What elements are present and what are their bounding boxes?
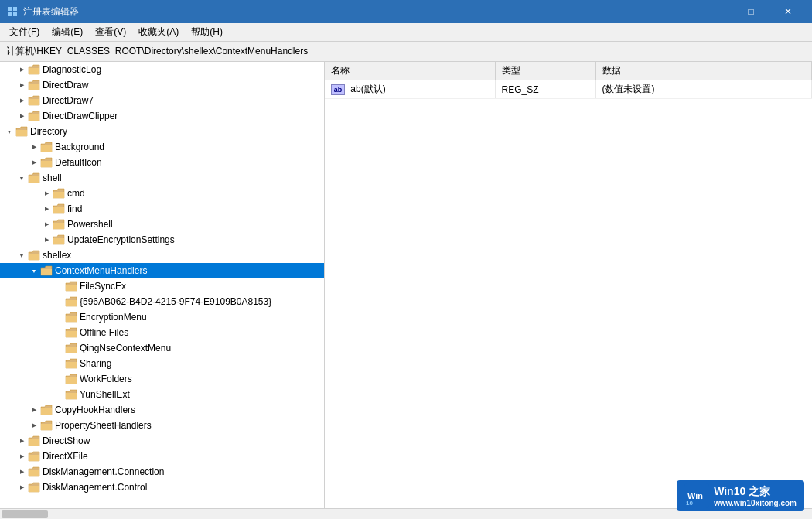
label-find: find — [67, 203, 82, 214]
title-bar: 注册表编辑器 — □ ✕ — [0, 0, 812, 23]
folder-icon-cmd — [53, 188, 65, 199]
toggle-propertysheethandlers[interactable] — [28, 419, 40, 432]
toggle-directdrawclipper[interactable] — [15, 110, 28, 122]
cell-name: ab ab(默认) — [325, 80, 495, 99]
menu-help[interactable]: 帮助(H) — [185, 24, 229, 40]
menu-view[interactable]: 查看(V) — [89, 24, 132, 40]
folder-icon-yunshellext — [65, 389, 77, 400]
tree-panel[interactable]: DiagnosticLog DirectDraw DirectDraw7 Dir… — [0, 62, 325, 508]
menu-file[interactable]: 文件(F) — [3, 24, 46, 40]
toggle-diskmanagementcontrol[interactable] — [15, 481, 28, 493]
menu-bar: 文件(F) 编辑(E) 查看(V) 收藏夹(A) 帮助(H) — [0, 23, 812, 42]
folder-icon-directory — [15, 126, 28, 137]
tree-item-find[interactable]: find — [0, 201, 324, 217]
label-directdrawclipper: DirectDrawClipper — [43, 111, 118, 121]
tree-item-directdraw7[interactable]: DirectDraw7 — [0, 93, 324, 108]
label-sharing: Sharing — [80, 358, 111, 369]
toggle-shellex[interactable] — [15, 249, 28, 261]
toggle-shell[interactable] — [15, 172, 28, 184]
toggle-background[interactable] — [28, 141, 40, 153]
watermark-sub: www.win10xitong.com — [714, 499, 797, 507]
watermark-main: Win10 之家 — [714, 485, 797, 499]
toggle-find[interactable] — [40, 203, 53, 215]
folder-icon-background — [40, 142, 53, 152]
tree-item-sharing[interactable]: Sharing — [0, 356, 324, 371]
label-directdraw: DirectDraw — [43, 80, 88, 90]
folder-icon-diskmanagementcontrol — [28, 482, 40, 493]
folder-icon-defaulticon — [40, 157, 53, 168]
folder-icon-shellex — [28, 250, 40, 261]
tree-item-filesyncex[interactable]: FileSyncEx — [0, 278, 324, 294]
app-icon — [6, 5, 19, 18]
toggle-directdraw7[interactable] — [15, 94, 28, 107]
toggle-defaulticon[interactable] — [28, 156, 40, 169]
address-bar: 计算机\HKEY_CLASSES_ROOT\Directory\shellex\… — [0, 42, 812, 62]
tree-item-shell[interactable]: shell — [0, 170, 324, 186]
tree-item-directxfile[interactable]: DirectXFile — [0, 449, 324, 464]
tree-item-directdrawclipper[interactable]: DirectDrawClipper — [0, 108, 324, 124]
toggle-diskmanagementconnection[interactable] — [15, 466, 28, 478]
tree-item-copyhookhandlers[interactable]: CopyHookHandlers — [0, 402, 324, 418]
label-offlinefiles: Offline Files — [80, 327, 128, 338]
tree-item-diskmanagementconnection[interactable]: DiskManagement.Connection — [0, 464, 324, 480]
toggle-diagnosticlog[interactable] — [15, 63, 28, 76]
toggle-directory[interactable] — [3, 125, 15, 138]
tree-item-defaulticon[interactable]: DefaultIcon — [0, 155, 324, 170]
tree-item-directory[interactable]: Directory — [0, 124, 324, 139]
close-button[interactable]: ✕ — [770, 0, 806, 23]
label-qingnsecontextmenu: QingNseContextMenu — [80, 343, 171, 353]
label-diagnosticlog: DiagnosticLog — [43, 64, 101, 75]
col-header-type[interactable]: 类型 — [495, 62, 595, 80]
address-path: 计算机\HKEY_CLASSES_ROOT\Directory\shellex\… — [6, 45, 308, 58]
svg-rect-1 — [13, 7, 17, 11]
folder-icon-directxfile — [28, 451, 40, 462]
right-panel: 名称 类型 数据 ab ab(默认) REG_SZ (数值未设置) — [325, 62, 812, 508]
tree-item-yunshellext[interactable]: YunShellExt — [0, 387, 324, 402]
col-header-data[interactable]: 数据 — [595, 62, 812, 80]
tree-item-background[interactable]: Background — [0, 139, 324, 155]
svg-rect-0 — [8, 7, 12, 11]
tree-item-powershell[interactable]: Powershell — [0, 217, 324, 232]
tree-item-cmd[interactable]: cmd — [0, 186, 324, 201]
tree-item-diskmanagementcontrol[interactable]: DiskManagement.Control — [0, 480, 324, 495]
folder-icon-contextmenuhandlers — [40, 265, 53, 276]
toggle-copyhookhandlers[interactable] — [28, 404, 40, 416]
cell-name-text: ab(默认) — [350, 84, 385, 94]
tree-item-directdraw[interactable]: DirectDraw — [0, 77, 324, 93]
tree-item-directshow[interactable]: DirectShow — [0, 433, 324, 449]
col-header-name[interactable]: 名称 — [325, 62, 495, 80]
label-encryptionmenu: EncryptionMenu — [80, 312, 147, 323]
menu-favorites[interactable]: 收藏夹(A) — [132, 24, 185, 40]
tree-item-qingnsecontextmenu[interactable]: QingNseContextMenu — [0, 340, 324, 356]
tree-item-propertysheethandlers[interactable]: PropertySheetHandlers — [0, 418, 324, 433]
menu-edit[interactable]: 编辑(E) — [46, 24, 89, 40]
toggle-directdraw[interactable] — [15, 79, 28, 91]
minimize-button[interactable]: — — [696, 0, 732, 23]
tree-item-updateencryptionsettings[interactable]: UpdateEncryptionSettings — [0, 232, 324, 248]
cell-type: REG_SZ — [495, 80, 595, 99]
tree-item-diagnosticlog[interactable]: DiagnosticLog — [0, 62, 324, 77]
table-row[interactable]: ab ab(默认) REG_SZ (数值未设置) — [325, 80, 812, 99]
toggle-cmd[interactable] — [40, 187, 53, 200]
tree-item-workfolders[interactable]: WorkFolders — [0, 371, 324, 387]
label-directshow: DirectShow — [43, 435, 90, 446]
toggle-directxfile[interactable] — [15, 450, 28, 463]
tree-item-offlinefiles[interactable]: Offline Files — [0, 325, 324, 340]
tree-item-encryptionmenu[interactable]: EncryptionMenu — [0, 309, 324, 325]
label-shellex: shellex — [43, 250, 71, 261]
toggle-contextmenuhandlers[interactable] — [28, 265, 40, 277]
watermark-text: Win10 之家 www.win10xitong.com — [714, 485, 797, 507]
svg-rect-2 — [8, 12, 12, 16]
label-propertysheethandlers: PropertySheetHandlers — [55, 420, 152, 431]
scroll-thumb[interactable] — [2, 510, 48, 518]
tree-item-contextmenuhandlers[interactable]: ContextMenuHandlers — [0, 263, 324, 278]
label-updateencryptionsettings: UpdateEncryptionSettings — [67, 234, 175, 245]
label-yunshellext: YunShellExt — [80, 389, 130, 400]
label-contextmenuhandlers: ContextMenuHandlers — [55, 265, 147, 276]
toggle-updateencryptionsettings[interactable] — [40, 234, 53, 246]
tree-item-guid[interactable]: {596AB062-B4D2-4215-9F74-E9109B0A8153} — [0, 294, 324, 309]
tree-item-shellex[interactable]: shellex — [0, 248, 324, 263]
toggle-directshow[interactable] — [15, 435, 28, 447]
maximize-button[interactable]: □ — [733, 0, 769, 23]
toggle-powershell[interactable] — [40, 218, 53, 230]
